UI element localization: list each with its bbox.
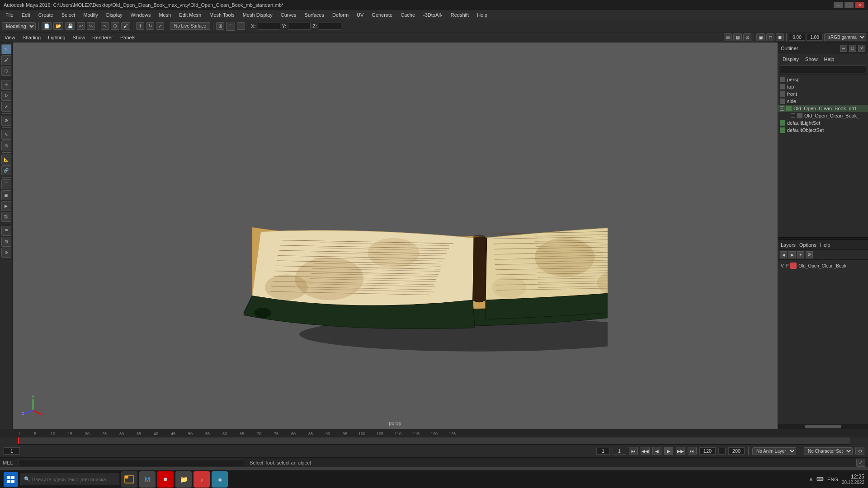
menu-redshift[interactable]: Redshift [447, 11, 472, 19]
go-to-end-button[interactable]: ⏭ [688, 447, 697, 455]
menu-create[interactable]: Create [35, 11, 57, 19]
no-live-surface-label[interactable]: No Live Surface [170, 22, 210, 30]
menu-uv[interactable]: UV [353, 11, 367, 19]
outliner-item-persp[interactable]: persp [778, 76, 868, 83]
sculpt-btn[interactable]: ✎ [1, 130, 11, 140]
outliner-item-side[interactable]: side [778, 98, 868, 105]
menu-3dtoall[interactable]: -3DtoAll- [420, 11, 446, 19]
frame-input[interactable] [613, 448, 626, 455]
layers-scrollbar[interactable] [778, 424, 868, 429]
layers-tab[interactable]: Layers [781, 242, 796, 248]
menu-windows[interactable]: Windows [127, 11, 155, 19]
layer-opts-btn[interactable]: ⚙ [806, 251, 813, 258]
close-button[interactable]: ✕ [855, 2, 864, 8]
help-tab-layers[interactable]: Help [820, 242, 830, 248]
outliner-search-input[interactable] [780, 66, 866, 73]
current-time-input[interactable] [4, 447, 20, 455]
viewport-val-1[interactable] [789, 34, 805, 41]
panel-show[interactable]: Show [70, 34, 88, 41]
outliner-menu-display[interactable]: Display [780, 56, 802, 62]
color-profile-selector[interactable]: sRGB gamma [824, 33, 866, 41]
maximize-button[interactable]: □ [844, 2, 854, 8]
render-btn[interactable]: 🎬 [1, 212, 11, 222]
menu-modify[interactable]: Modify [80, 11, 101, 19]
menu-mesh-display[interactable]: Mesh Display [239, 11, 276, 19]
grid-btn[interactable]: ⊞ [1, 237, 11, 247]
timeline-track[interactable] [18, 437, 850, 445]
range-end-check[interactable] [718, 448, 726, 455]
play-forward-button[interactable]: ▶ [664, 447, 673, 455]
menu-help[interactable]: Help [473, 11, 491, 19]
shade-btn-3[interactable]: ◼ [776, 33, 784, 41]
axes-btn[interactable]: ⊕ [1, 248, 11, 258]
taskbar-icon-files[interactable]: 📁 [175, 471, 192, 488]
x-field[interactable] [258, 23, 280, 30]
soft-sel-btn[interactable]: ◎ [1, 141, 11, 150]
snap-btn[interactable]: 🔗 [1, 165, 11, 175]
shade-btn-1[interactable]: ▣ [756, 33, 765, 41]
new-scene-button[interactable]: 📄 [42, 22, 52, 30]
region-btn[interactable]: ▣ [1, 190, 11, 200]
taskbar-icon-app4[interactable]: ◈ [212, 471, 228, 488]
menu-file[interactable]: File [2, 11, 17, 19]
taskbar-icon-explorer[interactable] [121, 471, 137, 488]
panel-view[interactable]: View [2, 34, 18, 41]
script-input[interactable] [18, 459, 244, 466]
menu-curves[interactable]: Curves [277, 11, 300, 19]
layer-v-label[interactable]: V [781, 263, 784, 268]
panel-renderer[interactable]: Renderer [90, 34, 116, 41]
menu-edit[interactable]: Edit [18, 11, 34, 19]
go-to-start-button[interactable]: ⏮ [629, 447, 638, 455]
menu-edit-mesh[interactable]: Edit Mesh [175, 11, 205, 19]
curve-btn[interactable]: ⌒ [1, 179, 11, 189]
snap-grid-button[interactable]: ⊞ [216, 22, 224, 30]
char-set-selector[interactable]: No Character Set [804, 447, 853, 455]
layer-add-btn[interactable]: + [797, 251, 804, 258]
menu-mesh-tools[interactable]: Mesh Tools [206, 11, 238, 19]
taskbar-icon-app2[interactable]: ● [157, 471, 174, 488]
step-forward-button[interactable]: ▶▶ [676, 447, 685, 455]
rotate-tool-button[interactable]: ↻ [146, 22, 154, 30]
anim-btn[interactable]: ▶ [1, 201, 11, 211]
snap-point-button[interactable]: · [237, 22, 245, 30]
outliner-item-book-mesh[interactable]: Old_Open_Clean_Book_ [778, 112, 868, 119]
menu-generate[interactable]: Generate [368, 11, 396, 19]
menu-select[interactable]: Select [58, 11, 79, 19]
measure-btn[interactable]: 📐 [1, 155, 11, 164]
outliner-item-default-object-set[interactable]: defaultObjectSet [778, 127, 868, 134]
redo-button[interactable]: ↪ [87, 22, 95, 30]
layer-next-btn[interactable]: ▶ [788, 251, 796, 258]
minimize-button[interactable]: ─ [834, 2, 843, 8]
mode-selector[interactable]: Modeling [2, 22, 36, 30]
outliner-minimize-btn[interactable]: ─ [840, 45, 847, 52]
options-tab[interactable]: Options [799, 242, 816, 248]
panel-shading[interactable]: Shading [20, 34, 43, 41]
select-mode-btn[interactable]: ↖ [1, 44, 11, 54]
taskbar-icon-app3[interactable]: ♪ [193, 471, 210, 488]
anim-settings-btn[interactable]: ⚙ [855, 447, 864, 455]
taskbar-icon-maya[interactable]: M [139, 471, 156, 488]
paint-select-button[interactable]: 🖌 [121, 22, 130, 30]
rotate-btn[interactable]: ↻ [1, 91, 11, 101]
move-btn[interactable]: ✛ [1, 80, 11, 90]
range-end-1[interactable] [699, 447, 716, 455]
scale-tool-button[interactable]: ⤢ [156, 22, 164, 30]
layer-item-book[interactable]: V P Old_Open_Clean_Book [780, 262, 866, 270]
taskbar-search[interactable]: 🔍 Введите здесь текст для поиска [20, 474, 119, 485]
select-tool-button[interactable]: ↖ [101, 22, 109, 30]
lasso-btn[interactable]: ⬡ [1, 66, 11, 76]
move-tool-button[interactable]: ✛ [136, 22, 144, 30]
menu-mesh[interactable]: Mesh [155, 11, 175, 19]
viewport-icon-2[interactable]: ▦ [733, 33, 742, 41]
outliner-menu-show[interactable]: Show [802, 56, 821, 62]
viewport-icon-1[interactable]: ⊞ [724, 33, 732, 41]
save-scene-button[interactable]: 💾 [65, 22, 75, 30]
range-start-input[interactable] [596, 448, 610, 455]
viewport[interactable]: X Y Z persp [13, 42, 778, 429]
lasso-select-button[interactable]: ⬡ [111, 22, 119, 30]
shade-btn-2[interactable]: ◻ [766, 33, 774, 41]
open-scene-button[interactable]: 📂 [53, 22, 63, 30]
layers-scrollbar-thumb[interactable] [805, 425, 841, 428]
expand-icon-book[interactable]: − [780, 106, 784, 111]
anim-layer-selector[interactable]: No Anim Layer [752, 447, 796, 455]
